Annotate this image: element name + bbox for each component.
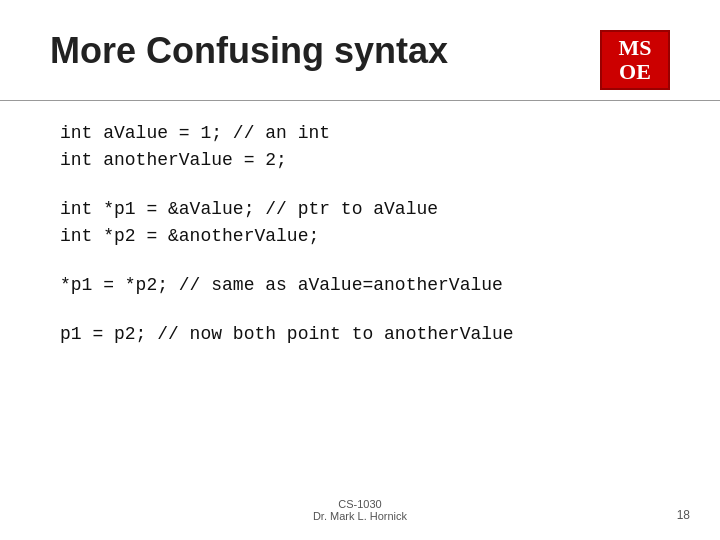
slide-content: int aValue = 1; // an int int anotherVal… — [50, 120, 670, 348]
slide-title: More Confusing syntax — [50, 30, 448, 72]
code-line: p1 = p2; // now both point to anotherVal… — [60, 321, 660, 348]
code-line: int anotherValue = 2; — [60, 147, 660, 174]
instructor-name: Dr. Mark L. Hornick — [313, 510, 407, 522]
slide-footer: CS-1030 Dr. Mark L. Hornick — [0, 498, 720, 522]
code-line: int aValue = 1; // an int — [60, 120, 660, 147]
page-number: 18 — [677, 508, 690, 522]
slide: More Confusing syntax MSOE int aValue = … — [0, 0, 720, 540]
code-block-1: int aValue = 1; // an int int anotherVal… — [60, 120, 660, 174]
slide-header: More Confusing syntax MSOE — [50, 30, 670, 90]
header-divider — [0, 100, 720, 101]
code-block-3: *p1 = *p2; // same as aValue=anotherValu… — [60, 272, 660, 299]
code-line: int *p1 = &aValue; // ptr to aValue — [60, 196, 660, 223]
code-block-4: p1 = p2; // now both point to anotherVal… — [60, 321, 660, 348]
code-line: int *p2 = &anotherValue; — [60, 223, 660, 250]
code-line: *p1 = *p2; // same as aValue=anotherValu… — [60, 272, 660, 299]
msoe-logo: MSOE — [600, 30, 670, 90]
course-name: CS-1030 — [338, 498, 381, 510]
logo-text: MSOE — [619, 36, 652, 84]
code-block-2: int *p1 = &aValue; // ptr to aValue int … — [60, 196, 660, 250]
